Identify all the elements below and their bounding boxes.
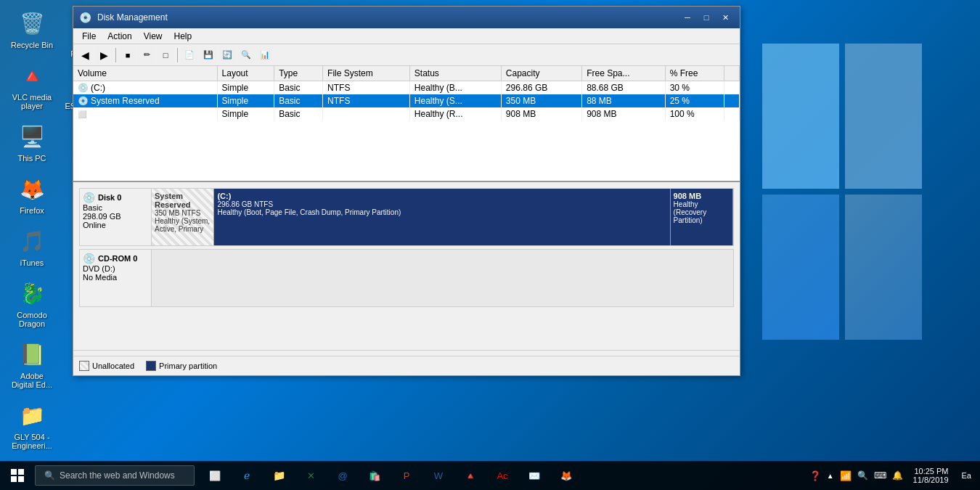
legend-unalloc-box (79, 361, 89, 371)
cell-filesystem: NTFS (323, 81, 410, 95)
taskbar-ppt[interactable]: P (392, 461, 421, 490)
legend-primary-box (146, 361, 156, 371)
start-button[interactable] (0, 461, 35, 490)
toolbar-chart[interactable]: 📊 (256, 46, 274, 64)
taskbar-acrobat[interactable]: Ac (488, 461, 517, 490)
network-icon[interactable]: 📶 (840, 470, 852, 481)
taskbar-system-icons: ❓ ▲ 📶 🔍 ⌨ 🔔 (809, 470, 903, 481)
itunes-icon: 🎵 (17, 226, 46, 256)
desktop-icon-recycle-bin[interactable]: 🗑️ Recycle Bin (6, 6, 58, 52)
col-capacity[interactable]: Capacity (501, 66, 581, 81)
disk-0-name: 💿 Disk 0 (83, 192, 148, 203)
disk-0-partitions: System Reserved 350 MB NTFS Healthy (Sys… (152, 188, 734, 246)
col-pct-free[interactable]: % Free (665, 66, 724, 81)
partition-recovery[interactable]: 908 MB Healthy (Recovery Partition) (671, 189, 733, 245)
taskbar-vlc-task[interactable]: 🔺 (456, 461, 485, 490)
col-volume[interactable]: Volume (73, 66, 217, 81)
chevron-icon[interactable]: ▲ (827, 472, 834, 480)
taskbar-search[interactable]: 🔍 Search the web and Windows (35, 465, 195, 486)
toolbar-format[interactable]: 💾 (200, 46, 217, 64)
partition-rec-detail: Healthy (Recovery Partition) (674, 200, 730, 224)
cdrom-status: No Media (83, 273, 148, 282)
desktop-icon-adobe-de[interactable]: 📗 Adobe Digital Ed... (6, 337, 58, 392)
keyboard-icon[interactable]: ⌨ (874, 470, 886, 481)
close-button[interactable]: ✕ (716, 10, 734, 25)
legend-unalloc-label: Unallocated (92, 362, 134, 370)
partition-c[interactable]: (C:) 296.86 GB NTFS Healthy (Boot, Page … (214, 189, 670, 245)
disk-view[interactable]: 💿 Disk 0 Basic 298.09 GB Online System R… (73, 182, 740, 350)
notification-icon[interactable]: 🔔 (892, 470, 903, 481)
toolbar-sep-1 (115, 48, 116, 62)
partition-system-reserved[interactable]: System Reserved 350 MB NTFS Healthy (Sys… (152, 189, 214, 245)
volume-table: Volume Layout Type File System Status Ca… (73, 66, 740, 121)
menu-view[interactable]: View (138, 30, 168, 43)
window-content: Volume Layout Type File System Status Ca… (73, 66, 740, 375)
taskbar-excel[interactable]: ✕ (296, 461, 325, 490)
col-freespace[interactable]: Free Spa... (582, 66, 665, 81)
disk-0-type: Basic (83, 203, 148, 212)
taskbar-word[interactable]: W (424, 461, 453, 490)
taskbar-outlook[interactable]: @ (328, 461, 357, 490)
cdrom-type: DVD (D:) (83, 264, 148, 273)
titlebar: 💿 Disk Management ─ □ ✕ (73, 7, 740, 28)
volume-list[interactable]: Volume Layout Type File System Status Ca… (73, 66, 740, 182)
toolbar-new-vol[interactable]: 📄 (181, 46, 198, 64)
desktop-icon-itunes[interactable]: 🎵 iTunes (6, 224, 58, 270)
table-row[interactable]: 💿 System Reserved Simple Basic NTFS Heal… (73, 94, 740, 107)
cell-extra (724, 107, 740, 121)
taskbar-store[interactable]: 🛍️ (360, 461, 389, 490)
cdrom-label: CD-ROM 0 (98, 254, 137, 263)
legend: Unallocated Primary partition (73, 356, 740, 375)
cell-freespace: 88.68 GB (582, 81, 665, 95)
this-pc-icon: 🖥️ (17, 122, 46, 151)
menu-action[interactable]: Action (102, 30, 137, 43)
toolbar-properties[interactable]: ■ (119, 46, 136, 64)
taskbar-explorer[interactable]: 📁 (264, 461, 293, 490)
table-row[interactable]: ⬜ Simple Basic Healthy (R... 908 MB 908 … (73, 107, 740, 121)
itunes-label: iTunes (20, 258, 44, 267)
cell-layout: Simple (217, 94, 274, 107)
notification-badge[interactable]: Ea (959, 471, 974, 480)
search-placeholder: Search the web and Windows (60, 470, 175, 481)
toolbar-back[interactable]: ◀ (76, 46, 94, 64)
menu-help[interactable]: Help (168, 30, 198, 43)
col-type[interactable]: Type (274, 66, 323, 81)
cell-capacity: 296.86 GB (501, 81, 581, 95)
minimize-button[interactable]: ─ (679, 10, 696, 25)
scrollbar-area[interactable] (73, 350, 740, 356)
toolbar-refresh[interactable]: 🔄 (219, 46, 236, 64)
desktop-icon-gly[interactable]: 📁 GLY 504 - Engineeri... (6, 398, 58, 453)
cell-type: Basic (274, 107, 323, 121)
titlebar-title: Disk Management (97, 12, 673, 23)
clock-time: 10:25 PM (913, 467, 949, 475)
col-status[interactable]: Status (409, 66, 501, 81)
menu-file[interactable]: File (76, 30, 102, 43)
cell-status: Healthy (R... (409, 107, 501, 121)
col-layout[interactable]: Layout (217, 66, 274, 81)
taskbar-right: ❓ ▲ 📶 🔍 ⌨ 🔔 10:25 PM 11/8/2019 Ea (809, 467, 980, 484)
search-taskbar-icon[interactable]: 🔍 (857, 470, 868, 481)
taskbar-email[interactable]: ✉️ (520, 461, 549, 490)
disk-row-cdrom: 💿 CD-ROM 0 DVD (D:) No Media (79, 249, 734, 307)
taskbar-clock[interactable]: 10:25 PM 11/8/2019 (907, 467, 955, 484)
col-filesystem[interactable]: File System (323, 66, 410, 81)
toolbar-diskpart[interactable]: □ (157, 46, 174, 64)
help-icon[interactable]: ❓ (809, 470, 821, 481)
partition-rec-label: 908 MB (674, 192, 730, 200)
partition-sr-sub: 350 MB NTFS (155, 209, 211, 217)
taskbar-firefox-task[interactable]: 🦊 (552, 461, 581, 490)
desktop-icon-firefox[interactable]: 🦊 Firefox (6, 171, 58, 218)
table-row[interactable]: 💿 (C:) Simple Basic NTFS Healthy (B... 2… (73, 81, 740, 95)
maximize-button[interactable]: □ (698, 10, 715, 25)
desktop-icon-comodo[interactable]: 🐉 Comodo Dragon (6, 276, 58, 331)
desktop-icon-vlc[interactable]: 🔺 VLC media player (6, 58, 58, 113)
task-view-button[interactable]: ⬜ (200, 461, 229, 490)
partition-sr-detail: Healthy (System, Active, Primary (155, 217, 211, 233)
toolbar-search[interactable]: 🔍 (237, 46, 255, 64)
toolbar-help[interactable]: ✏ (138, 46, 155, 64)
cell-volume: ⬜ (73, 107, 217, 121)
col-extra[interactable] (724, 66, 740, 81)
taskbar-edge[interactable]: ℯ (232, 461, 261, 490)
desktop-icon-this-pc[interactable]: 🖥️ This PC (6, 119, 58, 166)
toolbar-forward[interactable]: ▶ (95, 46, 113, 64)
